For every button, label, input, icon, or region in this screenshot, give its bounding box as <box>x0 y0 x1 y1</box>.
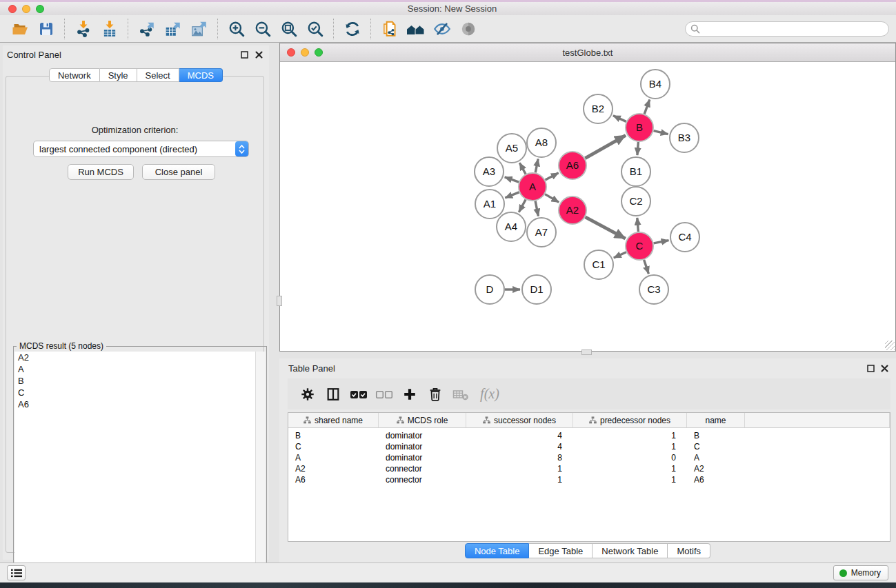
tab-edge-table[interactable]: Edge Table <box>529 543 593 558</box>
node-B[interactable]: B <box>626 114 653 141</box>
edge-A6-B[interactable] <box>585 135 626 158</box>
table-row[interactable]: Cdominator41C <box>288 441 890 452</box>
float-panel-button[interactable] <box>239 49 250 60</box>
node-A8[interactable]: A8 <box>527 128 556 157</box>
edge-C-C3[interactable] <box>644 260 649 274</box>
edge-C-C4[interactable] <box>654 241 669 243</box>
column-header-mcds-role[interactable]: MCDS role <box>379 413 466 427</box>
deselect-all-button[interactable] <box>371 383 397 406</box>
zoom-out-button[interactable] <box>250 17 276 41</box>
tab-mcds[interactable]: MCDS <box>179 68 223 82</box>
edge-A-A2[interactable] <box>545 194 559 203</box>
edge-B-B3[interactable] <box>654 131 668 134</box>
search-input[interactable] <box>685 21 889 37</box>
edge-B-B1[interactable] <box>637 142 639 155</box>
edge-C-C1[interactable] <box>614 252 626 258</box>
node-A5[interactable]: A5 <box>497 134 526 163</box>
hide-selected-button[interactable] <box>429 17 455 41</box>
resize-grip-icon[interactable] <box>885 341 895 350</box>
task-history-button[interactable] <box>7 565 26 580</box>
show-all-button[interactable] <box>455 17 481 41</box>
criterion-select[interactable]: largest connected component (directed) <box>33 141 249 157</box>
export-image-button[interactable] <box>186 17 212 41</box>
edge-A-A4[interactable] <box>519 200 526 212</box>
refresh-layout-button[interactable] <box>339 17 366 41</box>
import-network-button[interactable] <box>70 17 97 41</box>
node-A6[interactable]: A6 <box>559 152 586 179</box>
memory-button[interactable]: Memory <box>833 565 888 580</box>
split-columns-button[interactable] <box>320 383 346 406</box>
run-mcds-button[interactable]: Run MCDS <box>68 164 134 180</box>
node-C1[interactable]: C1 <box>584 250 613 279</box>
add-column-button[interactable] <box>397 383 422 406</box>
import-table-button[interactable] <box>97 17 123 41</box>
table-row[interactable]: A6connector11A6 <box>288 474 890 485</box>
select-all-button[interactable] <box>346 383 371 406</box>
table-row[interactable]: A2connector11A2 <box>288 463 890 474</box>
mcds-result-item[interactable]: A2 <box>14 352 266 363</box>
node-A2[interactable]: A2 <box>559 196 586 224</box>
function-builder-button[interactable]: f(x) <box>473 383 506 406</box>
tab-select[interactable]: Select <box>137 68 179 82</box>
table-row[interactable]: Adominator80A <box>288 452 890 463</box>
save-session-button[interactable] <box>33 17 59 41</box>
node-D1[interactable]: D1 <box>522 275 551 304</box>
tab-style[interactable]: Style <box>100 68 137 82</box>
network-canvas[interactable]: B4B2BB3B1A5A8A3A6AA1A4A7A2C2CC4C1C3DD1 <box>281 62 895 350</box>
edge-A-A8[interactable] <box>535 159 538 173</box>
node-B1[interactable]: B1 <box>621 157 650 186</box>
mcds-result-item[interactable]: A <box>14 363 266 375</box>
table-close-button[interactable] <box>879 363 890 374</box>
network-window-titlebar[interactable]: testGlobe.txt <box>280 43 895 62</box>
zoom-in-button[interactable] <box>223 17 250 41</box>
table-row[interactable]: Bdominator41B <box>288 430 890 441</box>
export-network-button[interactable] <box>134 17 160 41</box>
tab-motifs[interactable]: Motifs <box>668 543 710 558</box>
mcds-result-list[interactable]: A2ABCA6 <box>14 352 266 582</box>
left-splitter-handle[interactable] <box>277 296 282 306</box>
mcds-result-item[interactable]: B <box>14 375 266 387</box>
delete-column-button[interactable] <box>422 383 448 406</box>
tab-node-table[interactable]: Node Table <box>465 543 530 558</box>
close-panel-button[interactable] <box>253 49 264 60</box>
bottom-splitter-handle[interactable] <box>581 349 592 355</box>
home-button[interactable] <box>403 17 429 41</box>
column-header-shared-name[interactable]: shared name <box>288 413 379 427</box>
edge-A-A1[interactable] <box>505 192 519 198</box>
node-C[interactable]: C <box>626 232 653 260</box>
close-panel-pushbutton[interactable]: Close panel <box>142 164 215 180</box>
mcds-result-item[interactable]: C <box>14 387 266 398</box>
node-C2[interactable]: C2 <box>621 187 650 216</box>
table-float-button[interactable] <box>865 363 876 374</box>
result-list-scrollbar[interactable] <box>255 352 266 582</box>
edge-A-A7[interactable] <box>535 201 538 216</box>
edge-B-B4[interactable] <box>644 100 650 114</box>
node-D[interactable]: D <box>475 275 504 304</box>
edge-B-B2[interactable] <box>613 116 626 122</box>
edge-C-C2[interactable] <box>637 218 639 232</box>
table-settings-button[interactable] <box>295 383 320 406</box>
export-table-button[interactable] <box>160 17 186 41</box>
new-network-from-selection-button[interactable] <box>377 17 403 41</box>
edge-A2-C[interactable] <box>586 217 626 239</box>
node-A1[interactable]: A1 <box>475 190 504 219</box>
tab-network[interactable]: Network <box>49 68 100 82</box>
node-A4[interactable]: A4 <box>497 212 526 241</box>
node-B4[interactable]: B4 <box>641 70 670 99</box>
open-session-button[interactable] <box>7 17 33 41</box>
zoom-selected-button[interactable] <box>302 17 328 41</box>
node-A3[interactable]: A3 <box>475 157 504 186</box>
node-A7[interactable]: A7 <box>527 218 556 247</box>
zoom-fit-button[interactable] <box>276 17 302 41</box>
column-header-predecessor-nodes[interactable]: predecessor nodes <box>573 413 687 427</box>
edge-A-A6[interactable] <box>546 173 559 180</box>
delete-table-button[interactable] <box>448 383 473 406</box>
tab-network-table[interactable]: Network Table <box>593 543 668 558</box>
column-header-name[interactable]: name <box>687 413 745 427</box>
node-B2[interactable]: B2 <box>584 94 613 123</box>
node-C3[interactable]: C3 <box>639 275 668 304</box>
edge-A-A3[interactable] <box>505 177 519 182</box>
edge-A-A5[interactable] <box>519 163 526 174</box>
mcds-result-item[interactable]: A6 <box>14 398 266 410</box>
column-header-successor-nodes[interactable]: successor nodes <box>466 413 573 427</box>
